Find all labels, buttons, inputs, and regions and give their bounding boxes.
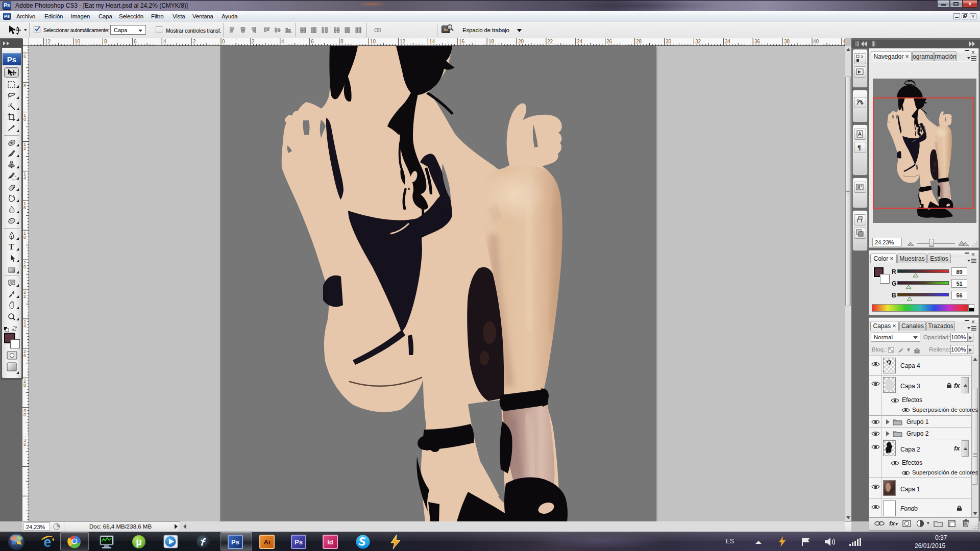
svg-text:2: 2 bbox=[23, 294, 26, 299]
svg-text:A: A bbox=[858, 131, 862, 137]
svg-text:14: 14 bbox=[429, 39, 435, 44]
svg-text:28: 28 bbox=[636, 39, 642, 44]
svg-text:38: 38 bbox=[784, 39, 790, 44]
svg-text:8: 8 bbox=[23, 383, 26, 388]
svg-text:6: 6 bbox=[23, 353, 26, 358]
svg-text:2: 2 bbox=[252, 39, 255, 44]
svg-text:18: 18 bbox=[488, 39, 495, 44]
svg-text:0: 0 bbox=[23, 412, 26, 417]
svg-text:2: 2 bbox=[193, 39, 196, 44]
svg-text:0: 0 bbox=[23, 264, 26, 269]
svg-text:16: 16 bbox=[459, 39, 465, 44]
svg-text:40: 40 bbox=[813, 39, 819, 44]
svg-text:32: 32 bbox=[695, 39, 701, 44]
svg-text:10: 10 bbox=[75, 39, 81, 44]
svg-text:8: 8 bbox=[340, 39, 344, 44]
svg-text:6: 6 bbox=[23, 54, 26, 59]
svg-text:4: 4 bbox=[23, 176, 26, 181]
svg-text:30: 30 bbox=[666, 39, 672, 44]
svg-text:12: 12 bbox=[400, 39, 406, 44]
svg-text:24: 24 bbox=[577, 39, 583, 44]
svg-text:4: 4 bbox=[163, 39, 166, 44]
svg-text:36: 36 bbox=[754, 39, 761, 44]
svg-text:0: 0 bbox=[23, 117, 26, 122]
svg-text:20: 20 bbox=[518, 39, 524, 44]
svg-text:8: 8 bbox=[104, 39, 107, 44]
svg-text:µ: µ bbox=[136, 536, 142, 547]
svg-text:¶: ¶ bbox=[857, 144, 861, 151]
svg-text:T: T bbox=[9, 242, 14, 251]
svg-text:2: 2 bbox=[23, 442, 26, 447]
svg-text:10: 10 bbox=[370, 39, 376, 44]
svg-text:6: 6 bbox=[311, 39, 314, 44]
svg-text:2: 2 bbox=[23, 146, 26, 151]
svg-text:42: 42 bbox=[843, 39, 845, 44]
svg-text:8: 8 bbox=[23, 83, 26, 88]
svg-text:0: 0 bbox=[222, 39, 225, 44]
svg-text:4: 4 bbox=[23, 323, 26, 329]
svg-text:6: 6 bbox=[23, 205, 26, 210]
svg-text:6: 6 bbox=[134, 39, 137, 44]
svg-text:4: 4 bbox=[281, 39, 284, 44]
svg-text:8: 8 bbox=[23, 235, 26, 240]
svg-text:34: 34 bbox=[725, 39, 731, 44]
svg-text:26: 26 bbox=[606, 39, 612, 44]
svg-text:12: 12 bbox=[45, 39, 51, 44]
svg-text:22: 22 bbox=[547, 39, 553, 44]
